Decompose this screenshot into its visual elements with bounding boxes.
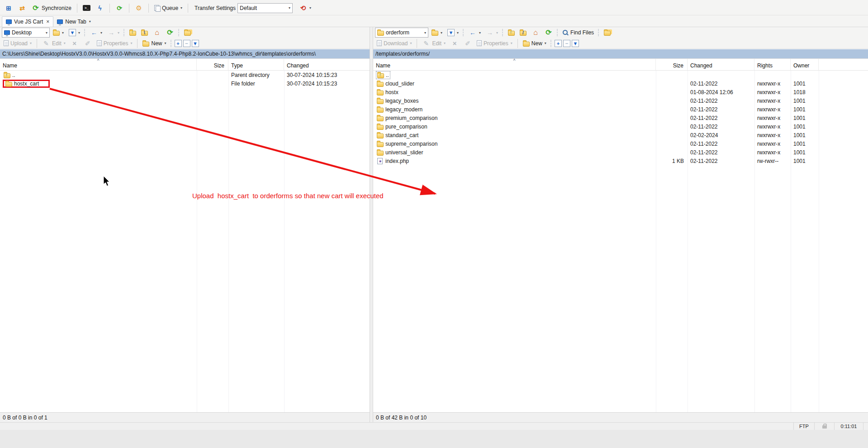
find-files-button[interactable]: Find Files [561,29,596,37]
chevron-down-icon: ▾ [164,41,166,45]
filter-button[interactable]: ▼▾ [446,28,460,37]
session-color-button[interactable]: ⟲▾ [297,3,313,13]
back-button[interactable]: ←▾ [467,28,483,38]
refresh-button[interactable]: ⟳ [543,28,555,38]
edit-button[interactable]: ✎Edit▾ [420,38,447,48]
properties-button[interactable]: Properties▾ [95,39,134,48]
transfer-settings-label: Transfer Settings [194,5,236,11]
table-row[interactable]: legacy_modern 02-11-2022 rwxrwxr-x 1001 [373,105,868,114]
file-name-box[interactable]: hostx [376,88,399,96]
selection-filter-button[interactable]: ▼ [192,40,199,47]
preferences-button[interactable]: ⚙ [133,3,145,13]
root-directory-button[interactable] [139,29,150,37]
delete-button[interactable]: × [69,38,81,48]
queue-button[interactable]: Queue▾ [152,4,184,12]
select-files-button[interactable]: + [555,40,562,47]
tab-vue-js-cart[interactable]: Vue JS Cart × [2,16,53,27]
table-row[interactable]: universal_slider 02-11-2022 rwxrwxr-x 10… [373,148,868,157]
file-name-box[interactable]: legacy_boxes [376,97,419,105]
table-row[interactable]: pure_comparison 02-11-2022 rwxrwxr-x 100… [373,122,868,131]
background-transfers-button[interactable]: ϟ [94,3,106,13]
column-header-changed[interactable]: Changed [284,59,370,70]
filter-button[interactable]: ▼▾ [67,28,82,37]
file-name-box[interactable]: standard_cart [376,131,419,139]
file-name-box[interactable]: legacy_modern [376,105,423,114]
table-row[interactable]: .. Parent directory 30-07-2024 10:15:23 [0,71,370,79]
root-directory-button[interactable] [518,29,528,37]
back-icon: ← [469,29,477,37]
properties-button[interactable]: Properties▾ [475,39,514,48]
new-button[interactable]: New▾ [521,39,548,48]
resize-grip[interactable] [863,423,868,430]
transfer-settings-select[interactable]: Default▾ [237,3,293,13]
new-button[interactable]: New▾ [141,39,168,48]
table-row[interactable]: premium_comparison 02-11-2022 rwxrwxr-x … [373,114,868,122]
copy-path-button[interactable] [182,29,193,37]
column-header-size[interactable]: Size [197,59,228,70]
synchronize-browsing-button[interactable]: ⇄ [16,3,28,13]
table-row[interactable]: index.php 1 KB 02-11-2022 rw-rwxr-- 1001 [373,157,868,165]
open-directory-button[interactable]: ▾ [51,29,66,37]
table-row[interactable]: supreme_comparison 02-11-2022 rwxrwxr-x … [373,139,868,148]
refresh-session-button[interactable]: ⟳ [114,3,125,13]
tab-new-tab[interactable]: New Tab ▾ [53,16,95,27]
forward-button[interactable]: →▾ [105,28,121,38]
selection-filter-button[interactable]: ▼ [572,40,579,47]
file-name-box[interactable]: index.php [376,157,410,165]
table-row[interactable]: hostx 01-08-2024 12:06 rwxrwxr-x 1018 [373,88,868,96]
home-directory-button[interactable]: ⌂ [151,28,163,38]
file-name-box[interactable]: pure_comparison [376,123,428,131]
edit-button[interactable]: ✎Edit▾ [40,38,67,48]
folder-open-icon [53,31,60,36]
open-directory-button[interactable]: ▾ [430,29,444,37]
table-row[interactable]: standard_cart 02-02-2024 rwxrwxr-x 1001 [373,131,868,139]
close-icon[interactable]: × [46,19,49,25]
parent-directory-button[interactable] [506,29,517,37]
file-name-box[interactable]: premium_comparison [376,114,438,122]
remote-path-bar[interactable]: /templates/orderforms/ [373,49,868,58]
file-name-box[interactable]: .. [376,71,390,79]
file-changed: 01-08-2024 12:06 [688,89,754,95]
panel-splitter[interactable] [370,27,373,422]
forward-button[interactable]: →▾ [484,28,500,38]
column-header-rights[interactable]: Rights [754,59,791,70]
rename-icon: ✐ [84,39,92,48]
rename-button[interactable]: ✐ [462,38,474,48]
table-row[interactable]: legacy_boxes 02-11-2022 rwxrwxr-x 1001 [373,96,868,105]
main-toolbar: ⊞ ⇄ ⟳Synchronize >_ ϟ ⟳ ⚙ Queue▾ Transfe… [0,0,868,15]
local-drive-select[interactable]: Desktop ▾ [2,28,50,38]
column-header-type[interactable]: Type [228,59,284,70]
remote-directory-select[interactable]: orderform ▾ [375,28,428,38]
file-name-box[interactable]: universal_slider [376,148,424,157]
toggle-panes-button[interactable]: ⊞ [3,3,14,13]
refresh-button[interactable]: ⟳ [164,28,176,38]
upload-button[interactable]: Upload▾ [2,39,33,48]
select-files-button[interactable]: + [175,40,182,47]
file-name-box[interactable]: supreme_comparison [376,140,438,148]
column-header-owner[interactable]: Owner [791,59,819,70]
delete-button[interactable]: × [449,38,460,48]
unselect-files-button[interactable]: − [183,40,190,47]
copy-path-button[interactable] [602,29,612,37]
table-row[interactable]: hostx_cart File folder 30-07-2024 10:15:… [0,79,370,88]
synchronize-button[interactable]: ⟳Synchronize [30,3,73,13]
file-name-box[interactable]: .. [3,71,16,79]
table-row[interactable]: cloud_slider 02-11-2022 rwxrwxr-x 1001 [373,79,868,88]
download-button[interactable]: Download▾ [375,39,413,48]
open-console-button[interactable]: >_ [81,4,92,12]
column-header-name[interactable]: ^Name [0,59,197,70]
forward-icon: → [107,29,115,37]
file-name-box[interactable]: hostx_cart [3,80,50,88]
table-row[interactable]: .. [373,71,868,79]
local-file-rows: .. Parent directory 30-07-2024 10:15:23 … [0,71,370,88]
file-name-box[interactable]: cloud_slider [376,80,415,88]
column-header-name[interactable]: ^Name [373,59,656,70]
back-button[interactable]: ←▾ [88,28,104,38]
column-header-size[interactable]: Size [656,59,688,70]
column-header-changed[interactable]: Changed [688,59,754,70]
rename-button[interactable]: ✐ [82,38,94,48]
local-path-bar[interactable]: C:\Users\Shine\Desktop\HostxV3.0.0\Hostx… [0,49,370,58]
home-directory-button[interactable]: ⌂ [530,28,541,38]
parent-directory-button[interactable] [128,29,138,37]
unselect-files-button[interactable]: − [563,40,570,47]
